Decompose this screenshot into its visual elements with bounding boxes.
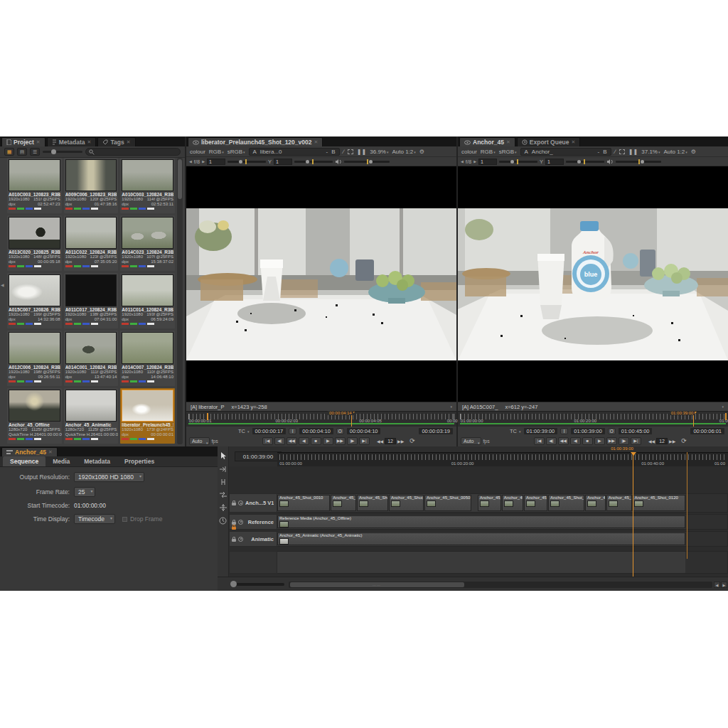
lock-icon[interactable] xyxy=(232,503,236,505)
timeline-clip[interactable]: Reference Media (Anchor_45_Offline) xyxy=(277,515,685,528)
timeline-clip[interactable]: Anchor_45_Animatic (Anchor_45_Animatic) xyxy=(277,532,685,545)
track-lane-animatic[interactable]: Anchor_45_Animatic (Anchor_45_Animatic) xyxy=(277,531,728,547)
roi-icon[interactable] xyxy=(619,149,625,154)
a-buffer-value[interactable]: Anchor_ xyxy=(532,149,553,155)
scroll-right-arrow[interactable]: ▶ xyxy=(721,582,727,588)
timeline-playhead[interactable] xyxy=(633,452,633,577)
bin-item[interactable]: A015C007_120826_R3BR 1920x1080 199f @25F… xyxy=(7,273,62,328)
search-input[interactable] xyxy=(85,148,181,156)
track-lane-v1[interactable]: Anchor_45_Shot_0010 Anchor_45_Sh Anchor_… xyxy=(277,493,728,513)
viewer-right-viewport[interactable]: blue Anchor xyxy=(458,166,728,402)
pause-icon[interactable]: ❚❚ xyxy=(628,149,638,155)
bin-item[interactable]: A009C006_120823_R3BR 1920x1080 120f @25F… xyxy=(64,158,119,213)
timeline-clip[interactable]: Anchor_45_Shot_00 xyxy=(389,495,424,511)
bin-item[interactable]: A014C007_120824_R3BR 1920x1080 110f @25F… xyxy=(120,331,175,386)
proxy-select[interactable]: Auto 1:2▾ xyxy=(392,149,415,155)
loop-mode-icon[interactable]: ⟳ xyxy=(681,437,687,444)
timeline-clip[interactable]: Anchor_45_Shot xyxy=(357,495,388,511)
colour-menu[interactable]: colour xyxy=(190,149,205,155)
wipe-tool-icon[interactable]: ∕ xyxy=(343,149,344,155)
track-header-reference[interactable]: Reference xyxy=(229,514,277,530)
tc-mode-select[interactable]: TC ▾ xyxy=(510,428,521,434)
in-timecode[interactable]: 00:00:04:10 xyxy=(299,428,333,434)
bin-item[interactable]: A012C006_120824_R3BR 1920x1080 198f @25F… xyxy=(7,331,62,386)
transport-button[interactable]: |◀ xyxy=(534,437,545,445)
gain-slider[interactable] xyxy=(499,161,537,163)
tab-viewer-left[interactable]: liberator_Prelaunch45_Shot_120_v002 ✕ xyxy=(188,137,323,146)
roi-icon[interactable] xyxy=(348,149,353,154)
bin-item[interactable]: A011C014_120824_R3BR 1920x1080 193f @25F… xyxy=(120,273,175,328)
timeline-clip[interactable]: Anchor_45_ xyxy=(585,495,606,511)
track-lane-reference[interactable]: Reference Media (Anchor_45_Offline) xyxy=(277,514,728,530)
a-buffer-value[interactable]: libera...0 xyxy=(260,149,282,155)
tab-project[interactable]: Project ✕ xyxy=(1,137,46,146)
frame-increment-input[interactable]: 12 xyxy=(385,438,396,444)
close-icon[interactable]: ✕ xyxy=(48,449,53,455)
transport-button[interactable]: ▶| xyxy=(631,437,641,445)
eye-icon[interactable] xyxy=(238,500,243,505)
transport-button[interactable]: ■ xyxy=(582,437,593,445)
timeline-clip[interactable]: Anchor_45_Shot_00 xyxy=(548,495,584,511)
zoom-level-select[interactable]: 37.1%▾ xyxy=(641,149,660,155)
time-display-select[interactable]: Timecode xyxy=(74,514,115,524)
timeline-clip[interactable]: Anchor_45_Shot_0010 xyxy=(277,495,330,511)
in-point-marker[interactable] xyxy=(207,413,208,420)
step-back-icon[interactable]: ◀◀ xyxy=(377,439,383,444)
gamma-input[interactable]: 1 xyxy=(545,159,564,165)
in-point-button[interactable]: I xyxy=(289,428,296,434)
track-header-animatic[interactable]: Animatic xyxy=(229,531,277,547)
gain-down-icon[interactable]: ◀ xyxy=(189,159,192,164)
bin-item[interactable]: liberator_Prelaunch45_Sh 1920x1080 173f … xyxy=(120,388,175,444)
out-point-button[interactable]: O xyxy=(336,428,344,434)
track-header-v1[interactable]: Anch...5 V1 xyxy=(229,493,277,513)
transport-button[interactable]: ▶| xyxy=(359,437,370,445)
tab-viewer-right[interactable]: Anchor_45 ✕ xyxy=(459,137,515,146)
transport-button[interactable]: |▶ xyxy=(619,437,629,445)
viewer-left-viewport[interactable] xyxy=(186,166,456,402)
speaker-icon[interactable] xyxy=(335,159,342,165)
bin-item[interactable]: A014C001_120824_R3BR 1920x1080 111f @25F… xyxy=(64,331,119,386)
bin-item[interactable]: A010C003_120823_R3BR 1920x1080 151f @25F… xyxy=(7,158,62,213)
in-timecode[interactable]: 01:00:39:00 xyxy=(571,428,605,434)
gain-down-icon[interactable]: ◀ xyxy=(461,159,464,164)
fps-select[interactable]: Auto xyxy=(461,437,481,445)
transport-button[interactable]: |◀ xyxy=(262,437,273,445)
timeline-clip[interactable]: Anchor_45_Sh xyxy=(331,495,355,511)
gamma-slider[interactable] xyxy=(566,161,604,163)
close-icon[interactable]: ✕ xyxy=(127,139,131,145)
gamma-slider[interactable] xyxy=(294,161,333,163)
chevron-down-icon[interactable]: ▾ xyxy=(450,405,452,409)
gear-icon[interactable]: ⚙ xyxy=(691,149,696,155)
timeline-current-timecode[interactable]: 01:00:39:00 xyxy=(235,451,282,461)
slide-tool[interactable] xyxy=(220,491,227,498)
bin-item[interactable]: Anchor_45_Offline 1280x720 1125f @25FPS … xyxy=(7,388,62,444)
select-tool[interactable] xyxy=(220,452,227,460)
tab-tags[interactable]: Tags ✕ xyxy=(97,137,135,146)
transport-button[interactable]: |▶ xyxy=(347,437,358,445)
gain-input[interactable]: 1 xyxy=(478,159,497,165)
viewer-left-timeline-ruler[interactable]: 00:00:00:0100:00:02:0300:00:04:0500:00: … xyxy=(186,411,456,427)
timeline-clip[interactable]: Anchor_45_Shot_0120 xyxy=(632,495,685,511)
tab-metadata[interactable]: Metadata ✕ xyxy=(47,137,97,146)
drop-frame-checkbox[interactable] xyxy=(122,517,127,522)
gain-slider[interactable] xyxy=(228,161,266,163)
close-icon[interactable]: ✕ xyxy=(572,139,576,145)
subtab[interactable]: Sequence xyxy=(3,456,46,466)
timeline-ruler[interactable]: 01:00:00:0001:00:20:0001:00:40:0001:00 xyxy=(277,452,728,466)
retime-tool[interactable] xyxy=(219,517,227,525)
timeline-clip[interactable]: Anchor_45_ xyxy=(606,495,632,511)
fps-select[interactable]: Auto xyxy=(189,437,210,445)
lock-icon[interactable] xyxy=(232,539,236,542)
bin-item[interactable]: A010C003_120824_R3BR 1920x1080 114f @25F… xyxy=(120,158,175,213)
wipe-mode[interactable]: - xyxy=(326,149,328,155)
display-transform-select[interactable]: sRGB▾ xyxy=(228,149,245,155)
frame-increment-input[interactable]: 12 xyxy=(656,438,668,444)
move-tool[interactable] xyxy=(220,466,227,473)
output-resolution-select[interactable]: 1920x1080 HD 1080 xyxy=(74,472,144,482)
timeline-clip[interactable]: Anchor_45_ xyxy=(478,495,502,511)
thumbnail-size-slider[interactable] xyxy=(43,151,82,153)
close-icon[interactable]: ✕ xyxy=(314,139,318,145)
gamma-input[interactable]: 1 xyxy=(274,159,292,165)
transport-button[interactable]: ◀| xyxy=(274,437,285,445)
transport-button[interactable]: ◀ xyxy=(299,437,309,445)
